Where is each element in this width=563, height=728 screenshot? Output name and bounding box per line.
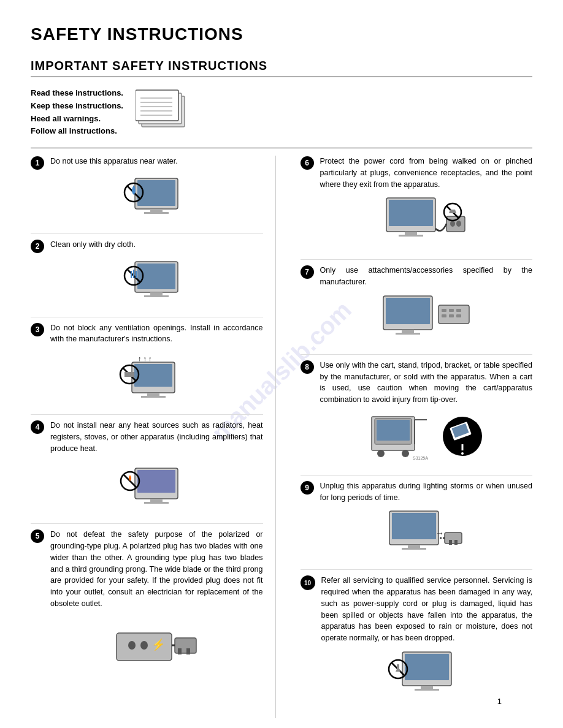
instruction-4-content: Do not install near any heat sources suc… xyxy=(50,420,263,516)
instruction-10-visual xyxy=(321,649,533,701)
svg-rect-45 xyxy=(399,235,423,237)
svg-rect-85 xyxy=(421,686,433,689)
num-badge-6: 6 xyxy=(301,156,314,170)
instruction-5-content: Do not defeat the safety purpose of the … xyxy=(50,529,263,674)
instruction-9-text: Unplug this apparatus during lighting st… xyxy=(320,480,533,504)
instruction-2: 2 Clean only with dry cloth. xyxy=(31,239,263,317)
svg-rect-53 xyxy=(402,330,414,333)
svg-text:↑ ↑ ↑: ↑ ↑ ↑ xyxy=(138,355,152,362)
svg-rect-2 xyxy=(136,90,178,121)
cart-icon: S3125A xyxy=(369,411,436,463)
svg-rect-79 xyxy=(445,533,462,544)
intro-line-1: Read these instructions. xyxy=(31,87,123,100)
svg-rect-22 xyxy=(134,364,172,387)
intro-line-2: Keep these instructions. xyxy=(31,100,123,113)
instruction-1-content: Do not use this apparatus near water. xyxy=(50,156,263,226)
num-badge-7: 7 xyxy=(301,265,314,279)
svg-point-47 xyxy=(450,221,455,227)
instruction-2-visual xyxy=(50,256,263,305)
left-column: 1 Do not use this apparatus near water. xyxy=(31,156,276,718)
svg-rect-31 xyxy=(150,499,163,502)
instruction-8-text: Use only with the cart, stand, tripod, b… xyxy=(320,360,533,406)
svg-rect-54 xyxy=(396,333,420,335)
svg-rect-11 xyxy=(144,212,169,214)
svg-rect-80 xyxy=(449,540,452,545)
instruction-7-visual xyxy=(320,293,533,342)
columns-layout: 1 Do not use this apparatus near water. xyxy=(31,156,532,718)
intro-icon xyxy=(136,87,197,132)
monitor-cloth-icon xyxy=(120,256,193,305)
svg-rect-16 xyxy=(150,292,163,295)
service-icon xyxy=(384,649,470,701)
svg-point-37 xyxy=(140,641,148,650)
right-column: 6 Protect the power cord from being walk… xyxy=(294,156,533,718)
unplug-icon: → xyxy=(383,508,469,557)
svg-text:→: → xyxy=(435,528,444,538)
instruction-6-visual xyxy=(320,195,533,247)
num-badge-1: 1 xyxy=(31,156,44,170)
instruction-2-content: Clean only with dry cloth. xyxy=(50,239,263,309)
intro-block: Read these instructions. Keep these inst… xyxy=(31,87,532,138)
svg-rect-81 xyxy=(454,540,458,545)
svg-rect-77 xyxy=(408,545,420,548)
svg-rect-30 xyxy=(137,470,175,493)
instruction-3-text: Do not block any ventilation openings. I… xyxy=(50,322,263,346)
svg-rect-52 xyxy=(386,298,430,324)
svg-rect-84 xyxy=(405,654,449,680)
plug-icon: ⚡ xyxy=(110,615,202,670)
instruction-8: 8 Use only with the cart, stand, tripod,… xyxy=(301,360,533,476)
instruction-9-content: Unplug this apparatus during lighting st… xyxy=(320,480,533,563)
page-number: 1 xyxy=(497,697,502,706)
svg-rect-46 xyxy=(446,216,465,232)
svg-text:S3125A: S3125A xyxy=(413,456,428,460)
num-badge-10: 10 xyxy=(301,575,315,590)
num-badge-8: 8 xyxy=(301,360,314,374)
monitor-vent-icon: ↑ ↑ ↑ xyxy=(117,350,196,402)
svg-rect-27 xyxy=(124,372,134,377)
instruction-6: 6 Protect the power cord from being walk… xyxy=(301,156,533,260)
instruction-10-content: Refer all servicing to qualified service… xyxy=(321,575,533,706)
intro-line-3: Heed all warnings. xyxy=(31,113,123,126)
svg-rect-24 xyxy=(141,396,166,398)
svg-rect-76 xyxy=(392,513,436,539)
instruction-8-content: Use only with the cart, stand, tripod, b… xyxy=(320,360,533,468)
svg-rect-32 xyxy=(144,502,169,504)
svg-rect-86 xyxy=(415,689,439,691)
instruction-3: 3 Do not block any ventilation openings.… xyxy=(31,322,263,415)
svg-rect-23 xyxy=(147,393,159,396)
intro-text: Read these instructions. Keep these inst… xyxy=(31,87,123,138)
instruction-7-content: Only use attachments/accessories specifi… xyxy=(320,265,533,347)
svg-rect-40 xyxy=(186,648,190,654)
instruction-10: 10 Refer all servicing to qualified serv… xyxy=(301,575,533,713)
svg-point-36 xyxy=(128,641,136,650)
svg-rect-64 xyxy=(377,420,410,441)
page-title: SAFETY INSTRUCTIONS xyxy=(31,25,532,44)
monitor-heat-icon xyxy=(117,459,196,511)
instruction-10-text: Refer all servicing to qualified service… xyxy=(321,575,533,644)
svg-rect-57 xyxy=(449,309,454,312)
instruction-9-visual: → xyxy=(320,508,533,557)
instruction-5: 5 Do not defeat the safety purpose of th… xyxy=(31,529,263,681)
cord-protect-icon xyxy=(380,195,472,247)
svg-point-74 xyxy=(461,452,464,455)
instruction-2-text: Clean only with dry cloth. xyxy=(50,239,263,251)
svg-point-65 xyxy=(377,450,385,457)
svg-point-66 xyxy=(402,450,409,457)
accessories-icon xyxy=(380,293,472,342)
instruction-1-visual xyxy=(50,172,263,221)
num-badge-5: 5 xyxy=(31,529,44,543)
instruction-1-text: Do not use this apparatus near water. xyxy=(50,156,263,167)
svg-rect-39 xyxy=(178,648,182,654)
instruction-1: 1 Do not use this apparatus near water. xyxy=(31,156,263,234)
instruction-8-visual: S3125A xyxy=(320,411,533,463)
num-badge-3: 3 xyxy=(31,323,44,336)
section-title: IMPORTANT SAFETY INSTRUCTIONS xyxy=(31,59,532,77)
svg-rect-56 xyxy=(442,309,446,312)
svg-rect-59 xyxy=(442,314,446,317)
instruction-5-visual: ⚡ xyxy=(50,615,263,670)
svg-rect-78 xyxy=(402,548,426,550)
num-badge-9: 9 xyxy=(301,481,314,495)
svg-text:⚡: ⚡ xyxy=(151,638,166,651)
instruction-6-content: Protect the power cord from being walked… xyxy=(320,156,533,252)
instruction-4: 4 Do not install near any heat sources s… xyxy=(31,420,263,524)
